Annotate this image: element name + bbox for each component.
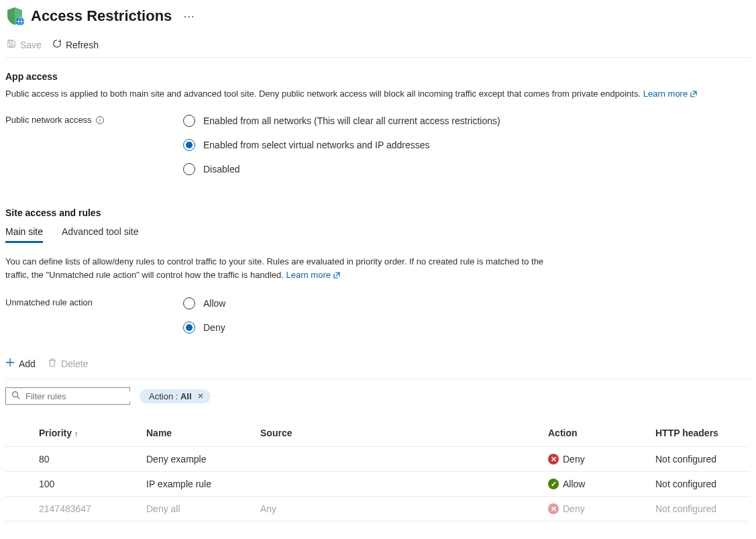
toolbar: Save Refresh	[5, 35, 751, 58]
row-priority: 2147483647	[32, 497, 140, 522]
unmatched-rule-action-label: Unmatched rule action	[5, 297, 183, 307]
x-circle-icon: ✕	[548, 503, 559, 514]
row-http-headers: Not configured	[649, 472, 749, 497]
unmatched-rule-action-field: Unmatched rule action Allow Deny	[5, 297, 751, 334]
table-row[interactable]: 2147483647Deny allAny✕DenyNot configured	[5, 497, 749, 522]
row-http-headers: Not configured	[649, 497, 749, 522]
app-access-desc: Public access is applied to both main si…	[5, 87, 751, 101]
table-header-row: Priority↑ Name Source Action HTTP header…	[5, 420, 749, 447]
site-access-section: Site access and rules Main site Advanced…	[5, 207, 751, 522]
x-circle-icon: ✕	[548, 454, 559, 464]
action-filter-pill[interactable]: Action : All ✕	[140, 389, 211, 403]
refresh-button[interactable]: Refresh	[52, 39, 99, 50]
rule-toolbar: Add Delete	[5, 358, 751, 372]
column-action[interactable]: Action	[541, 420, 649, 447]
column-checkbox	[5, 420, 32, 447]
svg-point-3	[13, 392, 18, 397]
row-name: IP example rule	[140, 472, 254, 497]
page-title: Access Restrictions	[31, 7, 172, 25]
more-menu-icon[interactable]: ···	[178, 11, 201, 21]
column-source[interactable]: Source	[254, 420, 541, 447]
public-network-access-field: Public network access i Enabled from all…	[5, 115, 751, 175]
row-priority: 100	[32, 472, 140, 497]
row-source: Any	[254, 497, 541, 522]
page-header: Access Restrictions ···	[5, 7, 751, 26]
rules-table: Priority↑ Name Source Action HTTP header…	[5, 420, 749, 522]
refresh-label: Refresh	[66, 40, 99, 50]
radio-circle	[183, 322, 195, 334]
radio-enabled-select-networks[interactable]: Enabled from select virtual networks and…	[183, 139, 500, 151]
learn-more-link[interactable]: Learn more	[286, 270, 339, 280]
sort-asc-icon: ↑	[74, 430, 78, 438]
radio-circle	[183, 297, 195, 309]
close-icon[interactable]: ✕	[197, 391, 204, 401]
external-link-icon	[690, 88, 697, 101]
learn-more-link[interactable]: Learn more	[643, 89, 697, 99]
public-network-access-label: Public network access i	[5, 115, 183, 125]
column-priority[interactable]: Priority↑	[32, 420, 140, 447]
radio-disabled[interactable]: Disabled	[183, 163, 500, 175]
row-action: ✕Deny	[541, 447, 649, 472]
radio-enabled-all-networks[interactable]: Enabled from all networks (This will cle…	[183, 115, 500, 127]
row-http-headers: Not configured	[649, 447, 749, 472]
row-priority: 80	[32, 447, 140, 472]
delete-rule-button[interactable]: Delete	[48, 358, 88, 369]
add-rule-button[interactable]: Add	[5, 358, 36, 369]
save-label: Save	[20, 40, 42, 50]
table-row[interactable]: 80Deny example✕DenyNot configured	[5, 447, 749, 472]
filter-rules-input[interactable]	[25, 391, 138, 401]
row-source	[254, 472, 541, 497]
check-circle-icon: ✓	[548, 479, 559, 489]
radio-circle	[183, 163, 195, 175]
row-checkbox-cell[interactable]	[5, 497, 32, 522]
search-icon	[11, 391, 20, 401]
search-box[interactable]	[5, 387, 130, 405]
radio-circle	[183, 115, 195, 127]
row-name: Deny all	[140, 497, 254, 522]
row-name: Deny example	[140, 447, 254, 472]
row-checkbox-cell[interactable]	[5, 472, 32, 497]
save-button[interactable]: Save	[7, 39, 42, 50]
column-name[interactable]: Name	[140, 420, 254, 447]
radio-circle	[183, 139, 195, 151]
app-access-heading: App access	[5, 71, 751, 82]
radio-allow[interactable]: Allow	[183, 297, 225, 309]
shield-icon	[5, 7, 24, 26]
public-network-access-radio-group: Enabled from all networks (This will cle…	[183, 115, 500, 175]
column-http-headers[interactable]: HTTP headers	[649, 420, 749, 447]
site-access-heading: Site access and rules	[5, 207, 751, 218]
site-tabs: Main site Advanced tool site	[5, 226, 751, 243]
info-icon[interactable]: i	[96, 116, 104, 124]
row-action: ✓Allow	[541, 472, 649, 497]
app-access-section: App access Public access is applied to b…	[5, 71, 751, 175]
row-checkbox-cell[interactable]	[5, 447, 32, 472]
tab-advanced-tool-site[interactable]: Advanced tool site	[62, 226, 138, 243]
plus-icon	[5, 358, 15, 369]
unmatched-rule-action-radio-group: Allow Deny	[183, 297, 225, 334]
refresh-icon	[52, 39, 62, 50]
tab-main-site[interactable]: Main site	[5, 226, 43, 243]
filter-row: Action : All ✕	[5, 379, 751, 405]
site-access-desc: You can define lists of allow/deny rules…	[5, 255, 569, 283]
trash-icon	[48, 358, 57, 369]
table-row[interactable]: 100IP example rule✓AllowNot configured	[5, 472, 749, 497]
radio-deny[interactable]: Deny	[183, 322, 225, 334]
row-source	[254, 447, 541, 472]
save-icon	[7, 39, 16, 50]
external-link-icon	[333, 269, 340, 283]
row-action: ✕Deny	[541, 497, 649, 522]
